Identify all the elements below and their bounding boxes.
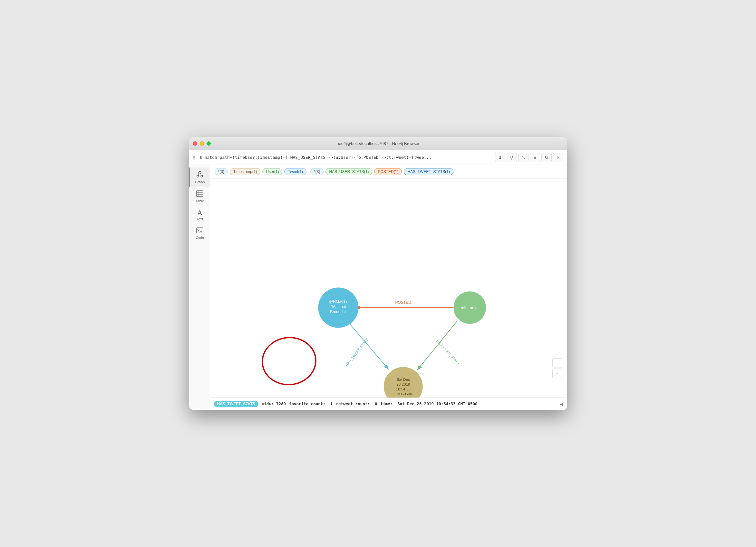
window-title: neo4j@bolt://localhost:7687 - Neo4j Brow…	[336, 141, 419, 146]
tag-has-tweet-stats[interactable]: HAS_TWEET_STATS(1)	[404, 168, 453, 175]
download-icon: ⬇	[498, 155, 502, 160]
id-value: 7280	[276, 401, 286, 406]
zoom-in-button[interactable]: +	[552, 358, 562, 368]
titlebar: neo4j@bolt://localhost:7687 - Neo4j Brow…	[189, 137, 567, 150]
collapse-icon: ⤡	[521, 155, 525, 160]
sidebar-item-table[interactable]: Table	[189, 187, 210, 206]
main-panel: *(3) Timestamp(1) User(1) Tweet(1) *(3) …	[210, 165, 567, 410]
minimize-button[interactable]	[200, 142, 204, 146]
close-result-button[interactable]: ✕	[553, 153, 563, 162]
tweet-node-line3: Broderick	[330, 309, 347, 314]
text-label: Text	[197, 217, 203, 221]
plus-icon: +	[556, 360, 558, 366]
svg-point-1	[197, 175, 199, 177]
status-time: time: Sat Dec 28 2019 10:54:33 GMT-0500	[380, 401, 477, 406]
tweet-node-line1: @RMac18	[329, 299, 348, 304]
up-icon: ∧	[533, 155, 537, 160]
status-retweet: retweet_count: 0	[336, 401, 377, 406]
toolbar-actions: ⬇ ⚲ ⤡ ∧ ↻ ✕	[495, 153, 563, 162]
app-window: neo4j@bolt://localhost:7687 - Neo4j Brow…	[189, 137, 567, 410]
refresh-button[interactable]: ↻	[541, 153, 552, 162]
retweet-label: retweet_count:	[336, 401, 370, 406]
graph-label: Graph	[195, 180, 205, 184]
sidebar: Graph Table A Text	[189, 165, 210, 410]
graph-svg: POSTED HAS_TWEET_STATS HAS_USER_STATS @R…	[210, 179, 567, 397]
tag-star-rels[interactable]: *(3)	[310, 168, 324, 175]
dollar-sign: $	[193, 155, 196, 160]
code-label: Code	[196, 236, 204, 239]
sidebar-item-text[interactable]: A Text	[189, 206, 210, 224]
svg-line-12	[198, 230, 199, 231]
svg-line-3	[198, 174, 199, 176]
table-icon	[196, 191, 203, 198]
status-collapse-button[interactable]: ◀	[560, 401, 563, 406]
time-value: Sat Dec 28 2019 10:54:33 GMT-0500	[397, 401, 477, 406]
pin-icon: ⚲	[510, 155, 513, 160]
timestamp-line2: 28 2019	[396, 382, 410, 386]
svg-line-4	[200, 174, 201, 176]
close-button[interactable]	[193, 142, 197, 146]
id-label: <id>:	[262, 401, 274, 406]
tag-bar: *(3) Timestamp(1) User(1) Tweet(1) *(3) …	[210, 165, 567, 179]
pin-button[interactable]: ⚲	[507, 153, 517, 162]
status-favorite: favorite_count: 1	[289, 401, 333, 406]
retweet-value: 0	[375, 401, 377, 406]
favorite-value: 1	[330, 401, 333, 406]
tag-has-user-stats[interactable]: HAS_USER_STATS(1)	[325, 168, 372, 175]
table-label: Table	[196, 199, 204, 203]
collapse-button[interactable]: ⤡	[518, 153, 528, 162]
code-icon	[196, 228, 203, 234]
main-content: Graph Table A Text	[189, 165, 567, 410]
timestamp-line4: GMT-0500	[394, 392, 412, 396]
tag-user[interactable]: User(1)	[262, 168, 282, 175]
graph-icon	[196, 171, 203, 179]
posted-edge-label: POSTED	[395, 300, 411, 305]
download-button[interactable]: ⬇	[495, 153, 505, 162]
tag-tweet[interactable]: Tweet(1)	[284, 168, 306, 175]
up-button[interactable]: ∧	[530, 153, 540, 162]
tag-posted[interactable]: POSTED(1)	[374, 168, 402, 175]
maximize-button[interactable]	[207, 142, 211, 146]
svg-rect-5	[197, 191, 203, 197]
close-icon: ✕	[556, 155, 560, 160]
timestamp-line3: 10:54:33	[396, 387, 410, 391]
traffic-lights	[193, 142, 211, 146]
sidebar-item-code[interactable]: Code	[189, 224, 210, 243]
toolbar: $ $ match path=(timeUser:Timestamp)-[:HA…	[189, 150, 567, 165]
zoom-out-button[interactable]: −	[552, 368, 562, 378]
refresh-icon: ↻	[545, 155, 548, 160]
timestamp-line1: Sat Dec	[396, 377, 410, 381]
has-user-stats-edge	[418, 320, 457, 369]
has-tweet-stats-edge	[350, 324, 388, 368]
zoom-controls: + −	[552, 358, 562, 378]
tag-timestamp[interactable]: Timestamp(1)	[230, 168, 261, 175]
svg-point-2	[201, 175, 203, 177]
status-id: <id>: 7280	[262, 401, 286, 406]
favorite-label: favorite_count:	[289, 401, 325, 406]
sidebar-item-graph[interactable]: Graph	[189, 168, 210, 187]
has-user-stats-label: HAS_USER_STATS	[435, 339, 460, 365]
time-label: time:	[380, 401, 393, 406]
user-node-label: minimaxir	[460, 305, 479, 310]
status-rel-tag[interactable]: HAS_TWEET_STATS	[214, 401, 258, 407]
status-bar: HAS_TWEET_STATS <id>: 7280 favorite_coun…	[210, 397, 567, 410]
tweet-node-line2: *Mac not	[331, 304, 346, 309]
graph-area[interactable]: POSTED HAS_TWEET_STATS HAS_USER_STATS @R…	[210, 179, 567, 397]
text-icon: A	[198, 210, 202, 216]
svg-point-0	[199, 171, 201, 174]
has-tweet-stats-label: HAS_TWEET_STATS	[344, 337, 369, 367]
minus-icon: −	[556, 370, 558, 376]
svg-rect-10	[197, 228, 203, 233]
tag-star-nodes[interactable]: *(3)	[215, 168, 228, 175]
query-text: $ match path=(timeUser:Timestamp)-[:HAS_…	[199, 155, 492, 160]
